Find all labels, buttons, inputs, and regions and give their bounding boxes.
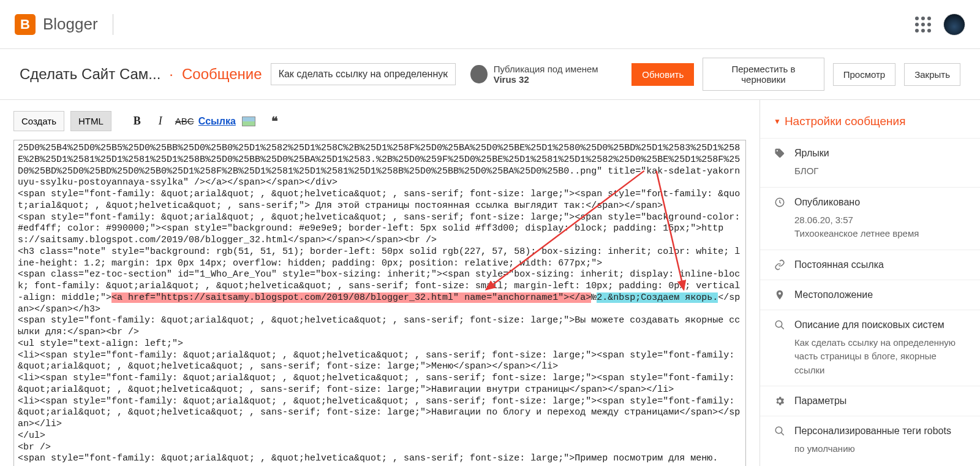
editor-column: Создать HTML B I ABC Ссылка ❝ 25D0%25B4%… [0, 100, 760, 466]
caret-down-icon: ▼ [774, 117, 781, 126]
code-part2: </span></span></h3> <span style="font-fa… [18, 292, 740, 464]
breadcrumb-sep: · [169, 66, 173, 83]
sidebar-title[interactable]: ▼ Настройки сообщения [760, 110, 980, 138]
action-bar: Сделать Сайт Сам... · Сообщение Публикац… [0, 49, 980, 100]
permalink-section[interactable]: Постоянная ссылка [774, 259, 967, 271]
robots-value: по умолчанию [774, 437, 967, 456]
settings-sidebar: ▼ Настройки сообщения Ярлыки БЛОГ Опубли… [760, 100, 980, 466]
link-button[interactable]: Ссылка [198, 116, 236, 127]
search-description-section[interactable]: Описание для поисковых систем [774, 319, 967, 331]
preview-button[interactable]: Просмотр [833, 63, 896, 86]
post-title-input[interactable] [271, 63, 456, 85]
compose-mode-button[interactable]: Создать [13, 111, 64, 131]
apps-icon[interactable] [915, 17, 931, 32]
breadcrumb-section: Сообщение [182, 66, 262, 83]
author-block: Публикация под именем Virus 32 [470, 64, 623, 85]
divider [113, 14, 113, 35]
image-button[interactable] [242, 116, 255, 126]
html-code-editor[interactable]: 25D0%25B4%25D0%25B5%25D0%25BB%25D0%25B0%… [13, 140, 746, 466]
bold-button[interactable]: B [129, 115, 146, 128]
strike-button[interactable]: ABC [175, 116, 192, 126]
highlight-anchor-tag: <a href="https://saitsamy.blogspot.com/2… [111, 292, 591, 303]
labels-section[interactable]: Ярлыки [774, 147, 967, 159]
highlight-anchor-text: 2.&nbsp;Создаем якорь. [597, 292, 718, 303]
published-section[interactable]: Опубликовано [774, 196, 967, 208]
published-value: 28.06.20, 3:57 Тихоокеанское летнее врем… [774, 208, 967, 241]
robots-section[interactable]: Персонализированные теги robots [774, 425, 967, 437]
code-part1: 25D0%25B4%25D0%25B5%25D0%25BB%25D0%25B0%… [18, 143, 745, 303]
search-icon [774, 319, 786, 331]
link-icon [774, 259, 786, 271]
topbar: B Blogger [0, 0, 980, 49]
user-avatar[interactable] [943, 13, 965, 36]
author-avatar [470, 65, 487, 83]
search-description-value: Как сделать ссылку на определенную часть… [774, 331, 967, 378]
logo-text: Blogger [43, 15, 98, 34]
logo-icon: B [15, 14, 36, 35]
author-text: Публикация под именем Virus 32 [494, 64, 624, 85]
location-section[interactable]: Местоположение [774, 289, 967, 301]
options-section[interactable]: Параметры [774, 395, 967, 407]
svg-point-3 [775, 321, 782, 327]
html-mode-button[interactable]: HTML [70, 111, 111, 131]
labels-value: БЛОГ [774, 159, 967, 178]
update-button[interactable]: Обновить [631, 63, 694, 86]
tag-icon [774, 147, 786, 159]
clock-icon [774, 196, 786, 208]
editor-toolbar: Создать HTML B I ABC Ссылка ❝ [13, 107, 746, 140]
move-to-draft-button[interactable]: Переместить в черновики [703, 58, 824, 91]
svg-point-4 [775, 427, 782, 434]
logo[interactable]: B Blogger [15, 14, 98, 35]
quote-button[interactable]: ❝ [271, 114, 278, 129]
gear-icon [774, 395, 786, 407]
italic-button[interactable]: I [152, 115, 169, 128]
search-icon [774, 425, 786, 437]
site-name[interactable]: Сделать Сайт Сам... [20, 66, 160, 83]
location-icon [774, 289, 786, 301]
close-button[interactable]: Закрыть [904, 63, 960, 86]
